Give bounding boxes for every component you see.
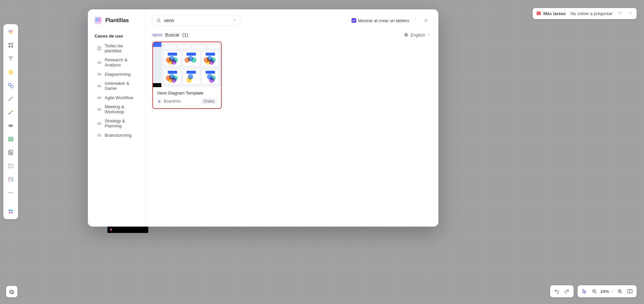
results-keyword: venn bbox=[152, 32, 162, 38]
tool-mindmap[interactable] bbox=[6, 121, 16, 131]
globe-icon bbox=[404, 33, 409, 37]
crown-icon bbox=[97, 71, 102, 77]
category-label: Icebreaker & Game bbox=[105, 81, 140, 91]
crown-icon bbox=[97, 107, 102, 112]
category-brainstorming[interactable]: Brainstorming bbox=[95, 130, 142, 140]
minimap-button[interactable] bbox=[626, 287, 634, 295]
notice-close-button[interactable] bbox=[617, 10, 623, 17]
undo-button[interactable] bbox=[553, 287, 561, 295]
crown-icon bbox=[97, 83, 102, 88]
svg-point-2 bbox=[9, 31, 12, 34]
svg-point-19 bbox=[10, 192, 11, 193]
tool-shape[interactable] bbox=[6, 80, 16, 90]
svg-rect-11 bbox=[9, 165, 11, 165]
svg-point-6 bbox=[12, 111, 13, 112]
template-thumbnail bbox=[153, 42, 221, 87]
grid-icon bbox=[97, 46, 102, 51]
results-label: Buscar bbox=[165, 32, 180, 38]
more-tasks-link[interactable]: Más tareas bbox=[543, 11, 566, 16]
svg-point-18 bbox=[9, 192, 10, 193]
canvas-object bbox=[107, 227, 148, 233]
crown-icon bbox=[97, 95, 102, 100]
svg-point-24 bbox=[11, 212, 13, 214]
crown-icon bbox=[97, 121, 102, 126]
svg-rect-16 bbox=[10, 178, 11, 179]
price-badge: Gratis bbox=[201, 98, 217, 104]
svg-point-7 bbox=[8, 113, 9, 114]
tool-list[interactable] bbox=[6, 161, 16, 171]
category-label: Strategy & Planning bbox=[105, 118, 140, 128]
tool-doc[interactable] bbox=[6, 147, 16, 158]
checkbox-checked-icon bbox=[352, 18, 356, 23]
svg-point-37 bbox=[157, 19, 160, 21]
tool-more[interactable] bbox=[6, 188, 16, 198]
view-group: 24% bbox=[578, 285, 637, 297]
modal-title: Plantillas bbox=[105, 17, 129, 23]
category-research[interactable]: Research & Analysis bbox=[95, 55, 142, 69]
svg-rect-36 bbox=[100, 49, 101, 50]
chevron-down-icon bbox=[610, 290, 614, 293]
bottom-controls: 24% bbox=[550, 285, 637, 297]
layers-button[interactable] bbox=[6, 286, 17, 297]
category-label: Todas las plantillas bbox=[105, 43, 140, 53]
tool-apps[interactable] bbox=[6, 206, 16, 217]
sidebar-section-label: Casos de uso bbox=[95, 34, 142, 39]
history-group bbox=[550, 285, 574, 297]
svg-point-22 bbox=[11, 209, 13, 211]
svg-point-5 bbox=[10, 85, 13, 88]
show-on-create-toggle[interactable]: Mostrar al crear un tablero bbox=[352, 18, 409, 23]
category-label: Brainstorming bbox=[105, 133, 131, 138]
svg-rect-12 bbox=[9, 166, 12, 166]
gift-icon bbox=[536, 10, 541, 17]
tool-connector[interactable] bbox=[6, 94, 16, 104]
category-strategy[interactable]: Strategy & Planning bbox=[95, 116, 142, 130]
left-toolbar bbox=[3, 24, 18, 219]
tool-frame[interactable] bbox=[6, 40, 16, 50]
divider bbox=[415, 17, 416, 23]
top-notice-bar: Más tareas No volver a preguntar bbox=[533, 8, 637, 19]
svg-point-20 bbox=[12, 192, 13, 193]
language-label: English bbox=[411, 33, 425, 38]
close-modal-button[interactable] bbox=[422, 16, 430, 25]
search-icon bbox=[156, 18, 161, 23]
zoom-level-label: 24% bbox=[600, 289, 609, 294]
tool-text[interactable] bbox=[6, 54, 16, 64]
svg-point-23 bbox=[9, 212, 10, 214]
tool-kanban[interactable] bbox=[6, 174, 16, 184]
redo-button[interactable] bbox=[563, 287, 571, 295]
category-label: Meeting & Workshop bbox=[105, 104, 140, 114]
template-card[interactable]: Venn Diagram Template b Boardmix Gratis bbox=[152, 42, 222, 109]
template-author: b Boardmix bbox=[157, 99, 181, 104]
zoom-out-button[interactable] bbox=[590, 287, 598, 295]
category-agile[interactable]: Aglie Workflow bbox=[95, 93, 142, 102]
show-on-create-label: Mostrar al crear un tablero bbox=[358, 18, 409, 23]
category-all[interactable]: Todas las plantillas bbox=[95, 41, 142, 55]
notice-collapse-button[interactable] bbox=[628, 10, 633, 17]
templates-modal: Plantillas Casos de uso Todas las planti… bbox=[88, 9, 438, 227]
svg-rect-4 bbox=[8, 83, 11, 86]
category-meeting[interactable]: Meeting & Workshop bbox=[95, 102, 142, 116]
category-label: Research & Analysis bbox=[105, 57, 140, 67]
dont-ask-link[interactable]: No volver a preguntar bbox=[571, 11, 612, 16]
category-icebreaker[interactable]: Icebreaker & Game bbox=[95, 79, 142, 93]
zoom-in-button[interactable] bbox=[616, 287, 624, 295]
category-diagramming[interactable]: Diagramming bbox=[95, 69, 142, 79]
zoom-level-dropdown[interactable]: 24% bbox=[600, 289, 614, 294]
svg-point-21 bbox=[9, 209, 10, 211]
svg-rect-8 bbox=[8, 137, 13, 141]
language-select[interactable]: English bbox=[404, 33, 430, 38]
boardmix-logo-icon: b bbox=[157, 99, 162, 104]
crown-icon bbox=[97, 132, 102, 138]
search-clear-button[interactable] bbox=[232, 17, 236, 23]
tool-templates[interactable] bbox=[6, 27, 16, 37]
cursor-mode-button[interactable] bbox=[580, 287, 588, 295]
modal-sidebar: Plantillas Casos de uso Todas las planti… bbox=[88, 9, 146, 227]
tool-sticky[interactable] bbox=[6, 67, 16, 77]
tool-table[interactable] bbox=[6, 134, 16, 144]
template-author-label: Boardmix bbox=[164, 99, 181, 104]
svg-rect-13 bbox=[9, 167, 12, 167]
tool-pen[interactable] bbox=[6, 107, 16, 117]
svg-rect-28 bbox=[10, 290, 13, 293]
search-input[interactable] bbox=[164, 18, 230, 23]
svg-rect-33 bbox=[98, 47, 99, 48]
